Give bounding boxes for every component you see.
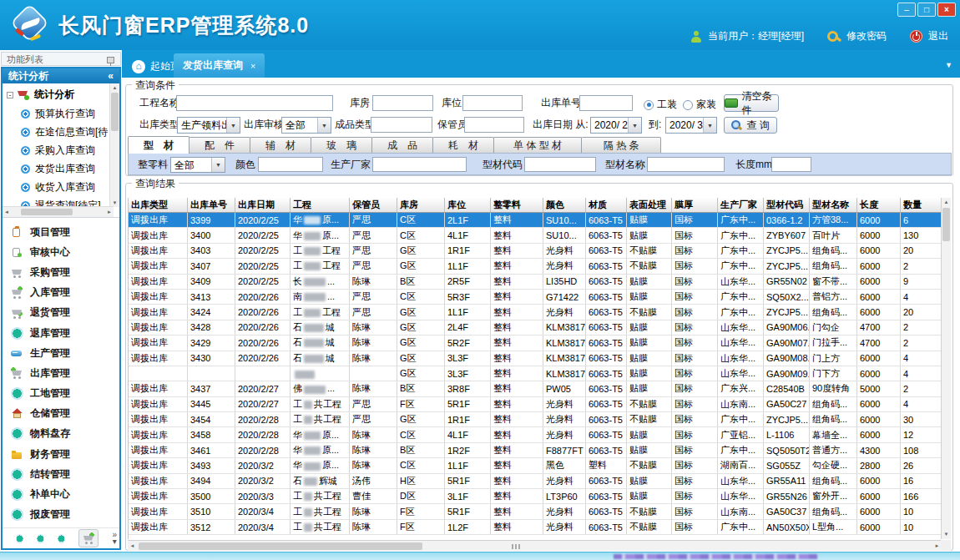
whole-part-dropdown[interactable]: 全部 <box>170 157 225 173</box>
column-header[interactable]: 出库单号 <box>188 198 235 213</box>
close-button[interactable]: × <box>937 3 956 17</box>
table-row[interactable]: 调拨出库33992020/2/25华原...严思C区2L1F整料SU10...6… <box>129 213 942 228</box>
search-button[interactable]: 查 询 <box>724 117 777 134</box>
logout-link[interactable]: 退出 <box>928 29 948 43</box>
product-type-input[interactable] <box>371 117 432 133</box>
material-tab[interactable]: 耗 材 <box>432 137 494 154</box>
column-header[interactable]: 膜厚 <box>672 198 718 213</box>
table-vertical-scrollbar[interactable]: ▲ ▼ <box>941 198 951 539</box>
dot-icon[interactable] <box>16 534 23 543</box>
tree-item[interactable]: 预算执行查询 <box>3 104 119 123</box>
table-row[interactable]: 调拨出库34932020/3/2华原...陈琳C区1L1F整料黑色塑料不贴膜国标… <box>129 458 942 473</box>
scroll-right-icon[interactable]: ► <box>105 209 114 214</box>
color-input[interactable] <box>258 157 323 172</box>
table-row[interactable]: 调拨出库34242020/2/26工工程严思G区1L1F整料光身料6063-T5… <box>129 305 942 320</box>
column-header[interactable]: 库位 <box>445 198 491 213</box>
table-row[interactable]: 调拨出库34282020/2/26石城陈琳G区2L4F整料KLM38176063… <box>129 320 942 335</box>
keeper-input[interactable] <box>464 117 524 133</box>
sidebar-item[interactable]: 退货管理 <box>3 303 119 323</box>
table-row[interactable]: 调拨出库34292020/2/26石城陈琳G区5R2F整料KLM38176063… <box>129 335 942 351</box>
column-header[interactable]: 型材名称 <box>810 198 857 213</box>
profile-code-input[interactable] <box>524 157 596 172</box>
sidebar-item[interactable]: 审核中心 <box>3 242 119 262</box>
material-tab[interactable]: 型 材 <box>128 136 189 154</box>
sidebar-item[interactable]: 报废管理 <box>3 505 119 525</box>
sidebar-item[interactable]: 仓储管理 <box>3 404 119 424</box>
scroll-down-icon[interactable]: ▼ <box>942 530 951 539</box>
change-password-link[interactable]: 修改密码 <box>846 29 887 43</box>
warehouse-input[interactable] <box>372 95 433 111</box>
tree-item[interactable]: 发货出库查询 <box>3 159 119 178</box>
column-header[interactable]: 型材代码 <box>764 198 810 213</box>
dot-icon[interactable] <box>58 534 65 543</box>
table-row[interactable]: 调拨出库34302020/2/26石城陈琳G区3L3F整料KLM38176063… <box>129 351 942 366</box>
table-row[interactable]: 调拨出库34452020/2/27工共工程严思F区5R1F整料光身料6063-T… <box>129 396 942 411</box>
sidebar-item[interactable]: 工地管理 <box>3 384 119 404</box>
tree-horizontal-scrollbar[interactable]: ◄ ► <box>3 206 114 217</box>
date-from-picker[interactable]: 2020/ 2/16 <box>590 117 642 134</box>
tree-vertical-scrollbar[interactable]: ▲ ▼ <box>109 83 119 207</box>
sidebar-item[interactable]: 出库管理 <box>3 363 119 383</box>
order-no-input[interactable] <box>579 95 633 111</box>
tree-root[interactable]: - 统计分析 <box>3 83 119 104</box>
material-tab[interactable]: 配 件 <box>189 137 250 154</box>
manufacturer-input[interactable] <box>372 157 467 172</box>
column-header[interactable]: 库房 <box>397 198 445 213</box>
tab-shipment-outbound-query[interactable]: 发货出库查询 × <box>174 53 265 78</box>
project-name-input[interactable] <box>176 95 333 111</box>
column-header[interactable]: 长度 <box>857 198 901 213</box>
expander-icon[interactable]: - <box>7 92 13 98</box>
tree-item[interactable]: 采购入库查询 <box>3 141 119 159</box>
tab-list-dropdown-icon[interactable] <box>945 61 952 69</box>
table-row[interactable]: 调拨出库34542020/2/28工共工程严思G区1R1F整料光身料6063-T… <box>129 412 942 427</box>
column-header[interactable]: 保管员 <box>350 198 397 213</box>
table-row[interactable]: 调拨出库34582020/2/28华原...陈琳C区4L1F整料光身料6063-… <box>129 427 942 442</box>
table-row[interactable]: 调拨出库34372020/2/27佛...陈琳B区3R8F整料PW056063-… <box>129 381 942 396</box>
pin-icon[interactable] <box>107 57 114 63</box>
table-row[interactable]: 调拨出库34072020/2/25工工程严思G区1L1F整料光身料6063-T5… <box>129 259 942 274</box>
scrollbar-thumb[interactable] <box>942 208 950 241</box>
tab-close-icon[interactable]: × <box>250 61 255 71</box>
scroll-up-icon[interactable]: ▲ <box>110 83 119 92</box>
out-type-dropdown[interactable]: 生产领料出库 <box>177 117 240 134</box>
tree-item[interactable]: 在途信息查询[待 <box>3 123 119 141</box>
column-header[interactable]: 颜色 <box>543 198 586 213</box>
table-row[interactable]: 调拨出库34132020/2/26南...严思C区5R3F整料G71422606… <box>129 289 942 304</box>
scrollbar-thumb[interactable] <box>139 542 422 550</box>
table-row[interactable]: 调拨出库35122020/3/4工共工程陈琳F区1L2F整料光身料6063-T5… <box>129 519 942 534</box>
sidebar-item[interactable]: 入库管理 <box>3 283 119 303</box>
scroll-left-icon[interactable]: ◄ <box>128 543 137 548</box>
column-header[interactable]: 表面处理 <box>627 198 672 213</box>
table-row[interactable]: G区3L3F整料KLM38176063-T5贴膜国标山东华...GA90M09.… <box>129 366 942 381</box>
section-header-statistics[interactable]: 统计分析 « <box>3 68 119 83</box>
material-tab[interactable]: 单 体 型 材 <box>493 137 582 154</box>
table-horizontal-scrollbar[interactable]: ◄ ► <box>128 540 942 551</box>
tree-item[interactable]: 收货入库查询 <box>3 178 119 196</box>
material-tab[interactable]: 隔 热 条 <box>581 137 661 154</box>
location-input[interactable] <box>462 95 523 111</box>
length-input[interactable] <box>771 157 811 172</box>
column-header[interactable]: 整零料 <box>491 198 543 213</box>
audit-dropdown[interactable]: 全部 <box>281 117 331 134</box>
profile-name-input[interactable] <box>647 157 725 172</box>
material-tab[interactable]: 辅 材 <box>250 137 311 154</box>
sidebar-item[interactable]: 补单中心 <box>3 484 119 504</box>
table-row[interactable]: 调拨出库35002020/3/3工共工程曹佳D区3L1F整料LT3P606063… <box>129 489 942 504</box>
column-header[interactable]: 数量 <box>901 198 943 213</box>
table-row[interactable]: 调拨出库34092020/2/25长...陈琳B区2R5F整料LI35HD606… <box>129 274 942 289</box>
collapse-icon[interactable]: « <box>108 68 114 83</box>
column-header[interactable]: 出库类型 <box>129 198 188 213</box>
material-tab[interactable]: 成 品 <box>371 137 433 154</box>
radio-work-install[interactable]: 工装 <box>644 98 677 112</box>
date-to-picker[interactable]: 2020/ 3/16 <box>665 117 717 134</box>
scrollbar-thumb[interactable] <box>111 93 119 131</box>
cart-shortcut-button[interactable] <box>78 529 99 547</box>
more-chevron-icon[interactable]: »▾ <box>112 532 117 545</box>
column-header[interactable]: 生产厂家 <box>718 198 764 213</box>
sidebar-item[interactable]: 退库管理 <box>3 323 119 343</box>
dot-icon[interactable] <box>37 534 44 543</box>
clear-conditions-button[interactable]: 清空条件 <box>724 94 779 112</box>
column-header[interactable]: 工程 <box>291 198 350 213</box>
column-header[interactable]: 材质 <box>586 198 627 213</box>
scrollbar-thumb[interactable] <box>21 209 73 215</box>
